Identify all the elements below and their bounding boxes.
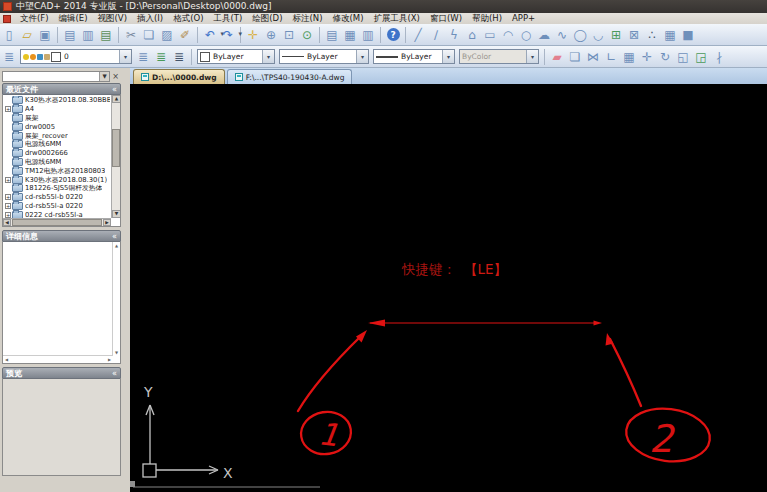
stretch-icon[interactable]: ◲: [692, 48, 710, 66]
section-header-preview[interactable]: 预览 «: [2, 367, 121, 379]
region-icon[interactable]: ■: [679, 26, 697, 44]
offset-icon[interactable]: ∟: [602, 48, 620, 66]
color-combo[interactable]: ByLayer▾: [197, 49, 275, 64]
polyline-icon[interactable]: ϟ: [445, 26, 463, 44]
ellipse-icon[interactable]: ◯: [571, 26, 589, 44]
menu-item-4[interactable]: 插入(I): [132, 13, 168, 24]
zoom-previous-icon[interactable]: ⊙: [298, 26, 316, 44]
collapse-icon[interactable]: «: [112, 85, 117, 94]
layer-states-icon[interactable]: ≣: [170, 48, 188, 66]
layer-properties-icon[interactable]: ≣: [134, 48, 152, 66]
title-bar[interactable]: 中望CAD+ 2014 专业版 - [D:\Personal\Desktop\0…: [0, 0, 767, 13]
revcloud-icon[interactable]: ☁: [535, 26, 553, 44]
trim-icon[interactable]: ∤: [710, 48, 728, 66]
rectangle-icon[interactable]: ▭: [481, 26, 499, 44]
scroll-left-icon[interactable]: ◀: [3, 356, 10, 363]
layer-freeze-icon[interactable]: [30, 54, 36, 60]
move-icon[interactable]: ✛: [638, 48, 656, 66]
chevron-down-icon[interactable]: ▾: [119, 50, 131, 63]
help-icon[interactable]: ?: [384, 26, 402, 44]
details-horizontal-scrollbar[interactable]: ◀ ▶: [3, 355, 113, 363]
menu-item-11[interactable]: 窗口(W): [425, 13, 467, 24]
file-item[interactable]: 181226-SJS5铜杆发热体: [4, 184, 110, 193]
pan-icon[interactable]: ✛: [244, 26, 262, 44]
tool-palettes-icon[interactable]: ▥: [359, 26, 377, 44]
chevron-down-icon[interactable]: ▾: [262, 50, 274, 63]
model-space-canvas[interactable]: 快捷键： 【LE】 1 2: [130, 84, 767, 492]
point-icon[interactable]: ∴: [643, 26, 661, 44]
layer-lock-icon[interactable]: [37, 54, 43, 60]
dropdown-caret-icon[interactable]: ▾: [238, 30, 242, 38]
open-icon[interactable]: ▱: [18, 26, 36, 44]
cut-icon[interactable]: ✂: [122, 26, 140, 44]
scroll-down-icon[interactable]: ▼: [113, 349, 120, 356]
circle-icon[interactable]: ○: [517, 26, 535, 44]
line-icon[interactable]: ╱: [409, 26, 427, 44]
menu-item-5[interactable]: 格式(O): [168, 13, 208, 24]
chevron-down-icon[interactable]: ▼: [99, 72, 109, 81]
collapse-icon[interactable]: «: [112, 369, 117, 378]
copy-icon[interactable]: ❏: [140, 26, 158, 44]
arc-icon[interactable]: ◠: [499, 26, 517, 44]
linetype-combo[interactable]: ByLayer▾: [279, 49, 369, 64]
expand-plus-icon[interactable]: +: [5, 106, 11, 112]
tree-vscroll-thumb[interactable]: [112, 129, 120, 167]
expand-plus-icon[interactable]: +: [5, 177, 11, 183]
plot-icon[interactable]: ▤: [97, 26, 115, 44]
menu-item-6[interactable]: 工具(T): [208, 13, 247, 24]
copy-object-icon[interactable]: ❏: [566, 48, 584, 66]
menu-item-12[interactable]: 帮助(H): [467, 13, 507, 24]
section-header-recent-files[interactable]: 最近文件 «: [2, 83, 121, 95]
file-item[interactable]: +cd-rsb55l-b 0220: [4, 193, 110, 202]
scroll-right-icon[interactable]: ▶: [106, 356, 113, 363]
insert-block-icon[interactable]: ⊞: [607, 26, 625, 44]
menu-item-7[interactable]: 绘图(D): [247, 13, 287, 24]
layer-combo[interactable]: 0▾: [20, 49, 132, 64]
erase-icon[interactable]: ▰: [548, 48, 566, 66]
layer-manager-icon[interactable]: ≣: [0, 48, 18, 66]
print-preview-icon[interactable]: ▥: [79, 26, 97, 44]
hatch-icon[interactable]: ▦: [661, 26, 679, 44]
menu-item-8[interactable]: 标注(N): [287, 13, 327, 24]
file-item[interactable]: +cd-rsb55l-a 0220: [4, 202, 110, 211]
file-item[interactable]: 电源线6MM: [4, 140, 110, 149]
menu-item-9[interactable]: 修改(M): [327, 13, 368, 24]
panel-close-icon[interactable]: ×: [110, 71, 121, 82]
file-item[interactable]: +0222 cd-rsb55l-a: [4, 210, 110, 218]
mirror-icon[interactable]: ⋈: [584, 48, 602, 66]
details-vertical-scrollbar[interactable]: ▲ ▼: [112, 242, 120, 356]
zoom-realtime-icon[interactable]: ⊕: [262, 26, 280, 44]
layer-on-icon[interactable]: [23, 54, 29, 60]
make-block-icon[interactable]: ⊠: [625, 26, 643, 44]
scroll-up-icon[interactable]: ▲: [112, 95, 121, 103]
lineweight-combo[interactable]: ByLayer▾: [373, 49, 455, 64]
file-item[interactable]: 展架: [4, 114, 110, 123]
section-header-details[interactable]: 详细信息 «: [2, 230, 121, 242]
new-icon[interactable]: ▯: [0, 26, 18, 44]
rotate-icon[interactable]: ↻: [656, 48, 674, 66]
menu-item-13[interactable]: APP+: [507, 13, 540, 24]
scroll-up-icon[interactable]: ▲: [113, 242, 120, 249]
paste-icon[interactable]: ▨: [158, 26, 176, 44]
print-icon[interactable]: ▤: [61, 26, 79, 44]
menu-item-2[interactable]: 编辑(E): [54, 13, 93, 24]
layer-plot-icon[interactable]: [44, 54, 50, 60]
tree-hscroll-thumb[interactable]: [12, 219, 102, 226]
design-center-icon[interactable]: ▦: [341, 26, 359, 44]
file-item[interactable]: +A4: [4, 105, 110, 114]
drawing-tab-1[interactable]: D:\...\0000.dwg: [133, 69, 225, 84]
properties-palette-icon[interactable]: ▤: [323, 26, 341, 44]
save-icon[interactable]: ▣: [36, 26, 54, 44]
layer-previous-icon[interactable]: ≣: [152, 48, 170, 66]
ellipse-arc-icon[interactable]: ◡: [589, 26, 607, 44]
menu-item-10[interactable]: 扩展工具(X): [368, 13, 424, 24]
menu-item-1[interactable]: 文件(F): [15, 13, 54, 24]
expand-plus-icon[interactable]: +: [5, 194, 11, 200]
zoom-window-icon[interactable]: ⊡: [280, 26, 298, 44]
scale-icon[interactable]: ◱: [674, 48, 692, 66]
format-painter-icon[interactable]: ✐: [176, 26, 194, 44]
xline-icon[interactable]: ∕: [427, 26, 445, 44]
spline-icon[interactable]: ∿: [553, 26, 571, 44]
tree-horizontal-scrollbar[interactable]: ◀ ▶: [3, 218, 111, 226]
scroll-left-icon[interactable]: ◀: [3, 219, 11, 226]
